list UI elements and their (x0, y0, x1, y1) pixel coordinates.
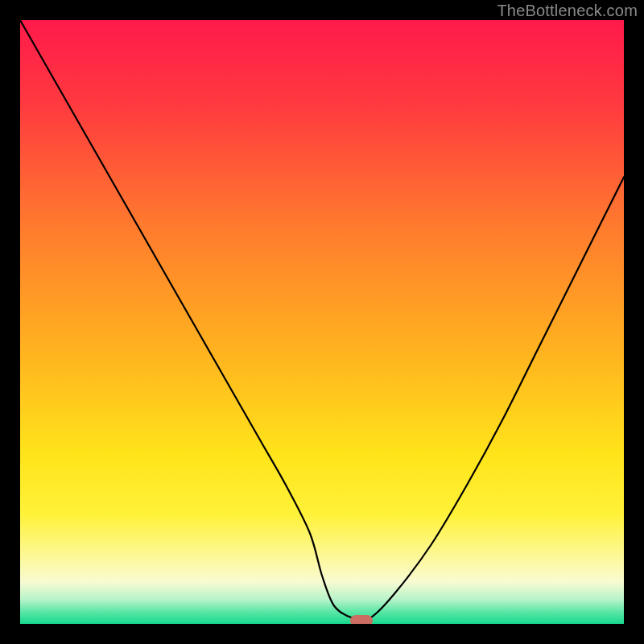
plot-area (20, 20, 624, 624)
chart-frame: TheBottleneck.com (0, 0, 644, 644)
watermark-text: TheBottleneck.com (497, 2, 638, 20)
minimum-marker (350, 615, 373, 625)
bottleneck-curve (20, 20, 624, 624)
